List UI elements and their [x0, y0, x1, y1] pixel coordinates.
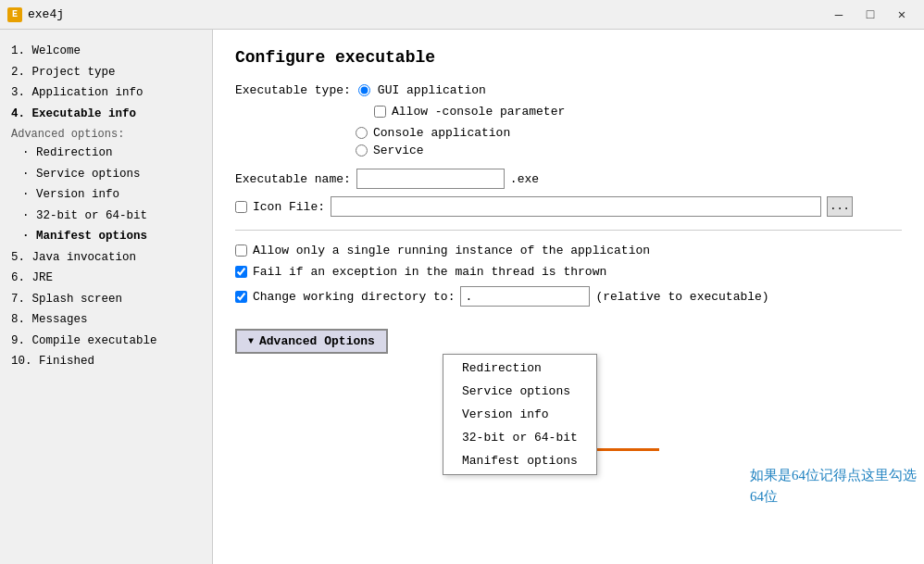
sidebar-item-java-invocation[interactable]: 5. Java invocation — [7, 247, 205, 269]
sidebar-item-application-info[interactable]: 3. Application info — [7, 82, 205, 104]
gui-label: GUI application — [378, 83, 486, 97]
single-instance-row: Allow only a single running instance of … — [235, 244, 902, 257]
console-label: Console application — [373, 126, 510, 140]
icon-browse-button[interactable]: ... — [827, 196, 853, 217]
separator-1 — [235, 230, 902, 231]
sidebar-item-welcome[interactable]: 1. Welcome — [7, 41, 205, 62]
change-dir-checkbox[interactable] — [235, 291, 247, 303]
dropdown-item-manifest-options[interactable]: Manifest options — [443, 449, 596, 472]
sidebar: 1. Welcome 2. Project type 3. Applicatio… — [0, 30, 213, 564]
console-radio-row: Console application — [356, 126, 902, 140]
minimize-button[interactable]: — — [824, 4, 854, 26]
exe-suffix: .exe — [510, 172, 539, 186]
sidebar-item-finished[interactable]: 10. Finished — [7, 351, 205, 372]
fail-exception-row: Fail if an exception in the main thread … — [235, 265, 902, 279]
service-label: Service — [373, 144, 424, 157]
dir-input[interactable] — [460, 286, 590, 307]
close-button[interactable]: ✕ — [887, 4, 917, 26]
sidebar-item-jre[interactable]: 6. JRE — [7, 268, 205, 289]
executable-name-row: Executable name: .exe — [235, 169, 902, 189]
dropdown-item-service-options[interactable]: Service options — [443, 380, 596, 403]
allow-console-checkbox[interactable] — [374, 106, 386, 118]
change-dir-row: Change working directory to: (relative t… — [235, 286, 902, 307]
sidebar-item-executable-info[interactable]: 4. Executable info — [7, 104, 205, 125]
sidebar-sub-redirection[interactable]: · Redirection — [7, 143, 205, 164]
sidebar-item-compile-executable[interactable]: 9. Compile executable — [7, 331, 205, 352]
title-bar: E exe4j — □ ✕ — [0, 0, 924, 30]
console-radio[interactable] — [356, 127, 368, 139]
sidebar-item-project-type[interactable]: 2. Project type — [7, 62, 205, 83]
allow-console-row: Allow -console parameter — [374, 105, 902, 119]
fail-exception-checkbox[interactable] — [235, 266, 247, 278]
sidebar-item-splash-screen[interactable]: 7. Splash screen — [7, 289, 205, 310]
allow-console-label: Allow -console parameter — [392, 105, 565, 119]
dropdown-item-redirection[interactable]: Redirection — [443, 357, 596, 380]
service-radio[interactable] — [356, 144, 368, 157]
executable-name-input[interactable] — [356, 169, 505, 189]
exec-name-label: Executable name: — [235, 172, 351, 186]
sidebar-sub-service-options[interactable]: · Service options — [7, 164, 205, 185]
executable-type-label: Executable type: — [235, 83, 351, 97]
gui-radio[interactable] — [358, 84, 370, 96]
sidebar-sub-manifest-options[interactable]: · Manifest options — [7, 226, 205, 247]
sidebar-item-messages[interactable]: 8. Messages — [7, 309, 205, 331]
triangle-icon: ▼ — [248, 336, 254, 346]
single-instance-checkbox[interactable] — [235, 244, 247, 257]
page-title: Configure executable — [235, 48, 902, 67]
advanced-options-button[interactable]: ▼ Advanced Options — [235, 329, 388, 354]
icon-file-checkbox[interactable] — [235, 201, 247, 213]
fail-exception-label: Fail if an exception in the main thread … — [253, 265, 606, 279]
icon-file-label: Icon File: — [253, 200, 325, 214]
sidebar-sub-32bit-64bit[interactable]: · 32-bit or 64-bit — [7, 206, 205, 227]
annotation-text: 如果是64位记得点这里勾选64位 — [750, 465, 924, 507]
service-radio-row: Service — [356, 144, 902, 157]
dropdown-item-version-info[interactable]: Version info — [443, 403, 596, 426]
advanced-options-label: Advanced Options — [259, 334, 375, 348]
executable-type-row: Executable type: GUI application — [235, 83, 902, 97]
content-area: Configure executable Executable type: GU… — [213, 30, 924, 564]
maximize-button[interactable]: □ — [855, 4, 885, 26]
title-bar-left: E exe4j — [7, 7, 64, 22]
relative-label: (relative to executable) — [595, 290, 768, 304]
title-bar-controls: — □ ✕ — [824, 4, 917, 26]
icon-file-input[interactable] — [331, 196, 821, 217]
single-instance-label: Allow only a single running instance of … — [253, 244, 650, 257]
dropdown-item-32bit-64bit[interactable]: 32-bit or 64-bit — [443, 426, 596, 449]
advanced-options-section-label: Advanced options: — [7, 128, 205, 141]
change-dir-label: Change working directory to: — [253, 290, 455, 304]
window-title: exe4j — [28, 7, 64, 21]
sidebar-sub-version-info[interactable]: · Version info — [7, 184, 205, 206]
advanced-options-dropdown: Redirection Service options Version info… — [443, 354, 597, 475]
icon-file-row: Icon File: ... — [235, 196, 902, 217]
main-container: 1. Welcome 2. Project type 3. Applicatio… — [0, 30, 924, 564]
app-icon: E — [7, 7, 22, 22]
